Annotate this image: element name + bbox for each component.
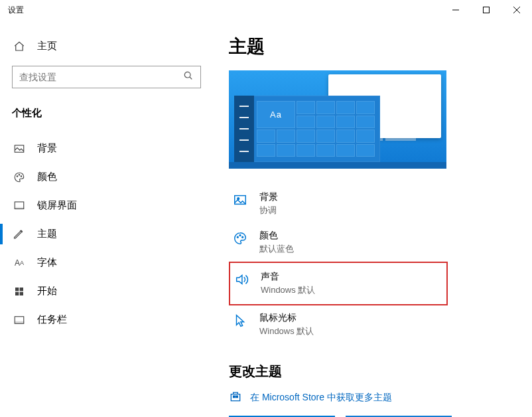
speaker-icon xyxy=(234,272,249,287)
sidebar-home[interactable]: 主页 xyxy=(0,33,213,59)
svg-point-7 xyxy=(17,175,18,177)
svg-point-8 xyxy=(19,174,20,175)
picture-icon xyxy=(233,193,247,207)
setting-title: 鼠标光标 xyxy=(259,312,314,324)
palette-icon xyxy=(13,171,25,183)
store-icon xyxy=(229,390,242,405)
sidebar-item-start[interactable]: 开始 xyxy=(0,277,213,305)
preview-aa: Aa xyxy=(257,101,295,128)
page-title: 主题 xyxy=(229,35,516,58)
svg-rect-24 xyxy=(236,396,238,398)
sidebar-item-themes[interactable]: 主题 xyxy=(0,220,213,248)
svg-point-20 xyxy=(237,236,238,238)
setting-sub: Windows 默认 xyxy=(259,325,314,337)
setting-sub: 协调 xyxy=(259,205,278,216)
taskbar-icon xyxy=(13,314,25,326)
theme-preview: Aa xyxy=(229,70,446,169)
minimize-button[interactable] xyxy=(440,0,471,20)
sidebar-item-fonts[interactable]: AA 字体 xyxy=(0,248,213,277)
setting-title: 声音 xyxy=(261,271,315,283)
svg-point-22 xyxy=(242,236,243,238)
sidebar-item-label: 任务栏 xyxy=(37,313,67,326)
svg-rect-17 xyxy=(15,321,24,323)
svg-rect-14 xyxy=(15,292,19,295)
sidebar-item-background[interactable]: 背景 xyxy=(0,134,213,163)
setting-sub: Windows 默认 xyxy=(261,284,315,296)
window-controls xyxy=(440,0,532,20)
sidebar-item-color[interactable]: 颜色 xyxy=(0,163,213,191)
setting-sub: 默认蓝色 xyxy=(259,243,294,255)
setting-sound[interactable]: 声音 Windows 默认 xyxy=(229,262,448,305)
svg-rect-1 xyxy=(484,7,490,13)
svg-rect-15 xyxy=(20,292,23,295)
close-button[interactable] xyxy=(501,0,532,20)
sidebar-section: 个性化 xyxy=(0,98,213,125)
home-icon xyxy=(13,41,25,52)
svg-rect-11 xyxy=(15,207,24,208)
svg-rect-12 xyxy=(15,288,19,291)
setting-background[interactable]: 背景 协调 xyxy=(229,185,448,223)
sidebar-item-label: 主题 xyxy=(37,228,57,240)
store-link-label: 在 Microsoft Store 中获取更多主题 xyxy=(250,392,392,404)
sidebar: 主页 个性化 背景 颜色 xyxy=(0,20,213,417)
theme-icon xyxy=(13,228,25,240)
sidebar-item-label: 字体 xyxy=(37,256,57,269)
setting-color[interactable]: 颜色 默认蓝色 xyxy=(229,223,448,262)
sidebar-item-label: 锁屏界面 xyxy=(37,199,77,212)
svg-point-4 xyxy=(184,72,190,78)
font-icon: AA xyxy=(13,257,25,269)
sidebar-nav: 背景 颜色 锁屏界面 主题 AA xyxy=(0,134,213,334)
sidebar-item-label: 颜色 xyxy=(37,171,57,183)
picture-icon xyxy=(13,143,25,155)
setting-title: 背景 xyxy=(259,191,278,203)
sidebar-item-lockscreen[interactable]: 锁屏界面 xyxy=(0,191,213,220)
store-link[interactable]: 在 Microsoft Store 中获取更多主题 xyxy=(229,390,516,405)
sidebar-home-label: 主页 xyxy=(37,40,57,52)
svg-point-9 xyxy=(21,175,22,177)
window-title: 设置 xyxy=(8,5,24,16)
search-input[interactable] xyxy=(19,72,183,82)
sidebar-item-label: 背景 xyxy=(37,142,57,155)
palette-icon xyxy=(233,231,247,246)
svg-point-21 xyxy=(239,235,241,236)
sidebar-item-taskbar[interactable]: 任务栏 xyxy=(0,305,213,334)
sidebar-item-label: 开始 xyxy=(37,285,57,297)
content[interactable]: 主题 Aa xyxy=(213,20,532,417)
svg-line-5 xyxy=(190,77,192,79)
search-icon xyxy=(183,70,194,84)
change-theme-heading: 更改主题 xyxy=(229,363,516,380)
setting-title: 颜色 xyxy=(259,230,294,242)
maximize-button[interactable] xyxy=(471,0,501,20)
search-box[interactable] xyxy=(12,66,201,88)
start-icon xyxy=(13,286,25,297)
svg-rect-23 xyxy=(233,396,235,398)
svg-rect-13 xyxy=(20,288,23,291)
lockscreen-icon xyxy=(13,200,25,212)
cursor-icon xyxy=(233,313,247,328)
setting-cursor[interactable]: 鼠标光标 Windows 默认 xyxy=(229,305,448,344)
